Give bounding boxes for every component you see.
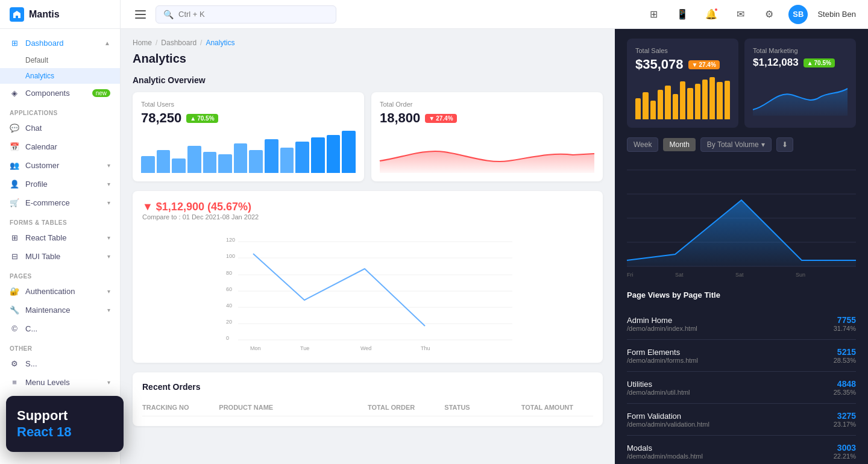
analytic-overview-title: Analytic Overview (133, 75, 603, 85)
sidebar-item-s[interactable]: ⚙ S... (0, 354, 120, 373)
dashboard-label: Dashboard (25, 39, 98, 48)
user-name: Stebin Ben (817, 10, 856, 19)
col-total-order: TOTAL ORDER (368, 404, 439, 411)
svg-text:Sat: Sat (735, 272, 744, 278)
topbar: 🔍 ⊞ 📱 🔔 ✉ ⚙ SB Stebin Ben (121, 0, 868, 29)
ecommerce-icon: 🛒 (10, 198, 19, 207)
sidebar-item-maintenance[interactable]: 🔧 Maintenance ▾ (0, 301, 120, 319)
profile-icon: 👤 (10, 180, 19, 189)
sidebar-item-ecommerce[interactable]: 🛒 E-commerce ▾ (0, 193, 120, 212)
pv-title-0: Admin Home (627, 316, 697, 325)
download-button[interactable]: ⬇ (776, 137, 793, 152)
chevron-down-icon-3: ▾ (107, 199, 110, 206)
page-views-section: Page Views by Page Title Admin Home /dem… (627, 290, 856, 464)
pv-title-2: Utilities (627, 380, 690, 389)
volume-button[interactable]: By Total Volume ▾ (700, 137, 772, 152)
pv-url-0: /demo/admin/index.html (627, 325, 697, 332)
section-other: Other (0, 338, 120, 354)
search-bar[interactable]: 🔍 (156, 5, 336, 24)
react-table-icon: ⊞ (10, 233, 19, 242)
sales-badge: ▼ 27.4% (688, 60, 720, 69)
calendar-icon: 📅 (10, 142, 19, 151)
svg-text:40: 40 (226, 303, 232, 309)
pv-count-0: 7755 (834, 315, 856, 325)
chevron-down-icon-4: ▾ (107, 234, 110, 241)
svg-text:Mon: Mon (250, 345, 261, 351)
users-badge: ▲ 70.5% (186, 114, 218, 123)
sidebar-item-mui-table[interactable]: ⊟ MUI Table ▾ (0, 247, 120, 266)
svg-text:Sun: Sun (796, 272, 805, 278)
topbar-actions: ⊞ 📱 🔔 ✉ ⚙ SB Stebin Ben (644, 5, 856, 24)
logo[interactable]: Mantis (0, 0, 120, 29)
page-view-item-2: Utilities /demo/admin/util.html 4848 25.… (627, 372, 856, 404)
svg-text:Fri: Fri (627, 272, 634, 278)
breadcrumb-dashboard[interactable]: Dashboard (161, 39, 197, 47)
main-area: 🔍 ⊞ 📱 🔔 ✉ ⚙ SB Stebin Ben Home / Dashboa… (121, 0, 868, 464)
sidebar-item-authentication[interactable]: 🔐 Authentication ▾ (0, 282, 120, 301)
stat-card-order: Total Order 18,800 ▼ 27.4% (371, 92, 603, 181)
pv-title-4: Modals (627, 444, 703, 453)
pv-pct-2: 25.35% (834, 389, 856, 396)
col-status: STATUS (444, 404, 516, 411)
authentication-icon: 🔐 (10, 287, 19, 296)
sidebar-item-react-table[interactable]: ⊞ React Table ▾ (0, 228, 120, 247)
customer-icon: 👥 (10, 161, 19, 170)
stat-card-users: Total Users 78,250 ▲ 70.5% (133, 92, 364, 181)
pv-url-1: /demo/admin/forms.html (627, 357, 698, 364)
pv-pct-1: 28.53% (834, 357, 856, 364)
sidebar-item-calendar[interactable]: 📅 Calendar (0, 137, 120, 156)
pv-pct-0: 31.74% (834, 325, 856, 332)
breadcrumb-home[interactable]: Home (133, 39, 152, 47)
month-button[interactable]: Month (663, 138, 695, 151)
col-tracking: TRACKING NO (142, 404, 214, 411)
mail-icon[interactable]: ✉ (731, 5, 750, 24)
sidebar-item-components[interactable]: ◈ Components new (0, 84, 120, 102)
svg-text:Sat: Sat (675, 272, 684, 278)
pv-pct-4: 22.21% (834, 453, 856, 460)
content-right: Total Sales $35,078 ▼ 27.4% (615, 29, 868, 464)
chat-icon: 💬 (10, 124, 19, 133)
svg-text:Wed: Wed (360, 345, 371, 351)
notification-icon[interactable]: 🔔 (702, 5, 721, 24)
search-input[interactable] (178, 10, 329, 19)
income-overview-card: ▼ $1,12,900 (45.67%) Compare to : 01 Dec… (133, 191, 603, 363)
pv-url-4: /demo/admin/modals.html (627, 453, 703, 460)
income-compare: Compare to : 01 Dec 2021-08 Jan 2022 (142, 213, 259, 221)
pv-pct-3: 23.17% (834, 421, 856, 428)
sidebar-item-menu-levels[interactable]: ≡ Menu Levels ▾ (0, 373, 120, 392)
avatar[interactable]: SB (788, 5, 808, 24)
chevron-down-icon: ▾ (107, 162, 110, 169)
phone-icon[interactable]: 📱 (673, 5, 692, 24)
pv-title-1: Form Elements (627, 348, 698, 357)
sidebar-sub-analytics[interactable]: Analytics (0, 68, 120, 84)
svg-text:0: 0 (226, 335, 229, 341)
total-sales-label: Total Sales (635, 47, 730, 54)
svg-text:120: 120 (226, 237, 235, 243)
components-badge: new (92, 89, 110, 97)
stat-card-marketing: Total Marketing $1,12,083 ▲ 70.5% (744, 39, 856, 128)
sidebar-item-chat[interactable]: 💬 Chat (0, 119, 120, 137)
sidebar-sub-default[interactable]: Default (0, 52, 120, 68)
support-title: Support React 18 (17, 408, 113, 440)
search-icon: 🔍 (163, 10, 174, 19)
marketing-badge: ▲ 70.5% (804, 58, 835, 67)
support-popup[interactable]: Support React 18 (6, 396, 124, 452)
sidebar-item-customer[interactable]: 👥 Customer ▾ (0, 156, 120, 175)
apps-icon[interactable]: ⊞ (644, 5, 663, 24)
hamburger-menu[interactable] (133, 8, 148, 21)
page-view-item-4: Modals /demo/admin/modals.html 3003 22.2… (627, 436, 856, 464)
page-views-title: Page Views by Page Title (627, 290, 856, 299)
section-pages: Pages (0, 266, 120, 282)
col-total-amount: TOTAL AMOUNT (521, 404, 593, 411)
settings-icon[interactable]: ⚙ (760, 5, 779, 24)
dashboard-icon: ⊞ (10, 39, 19, 48)
sidebar-item-dashboard[interactable]: ⊞ Dashboard ▲ (0, 34, 120, 52)
income-line-chart: 120 100 80 60 40 20 0 (142, 233, 593, 353)
week-button[interactable]: Week (627, 137, 658, 152)
components-icon: ◈ (10, 89, 19, 98)
total-users-value: 78,250 ▲ 70.5% (141, 110, 356, 126)
sidebar-item-profile[interactable]: 👤 Profile ▾ (0, 175, 120, 193)
sidebar-item-c[interactable]: © C... (0, 319, 120, 338)
breadcrumb: Home / Dashboard / Analytics (133, 39, 603, 47)
page-title: Analytics (133, 52, 603, 66)
